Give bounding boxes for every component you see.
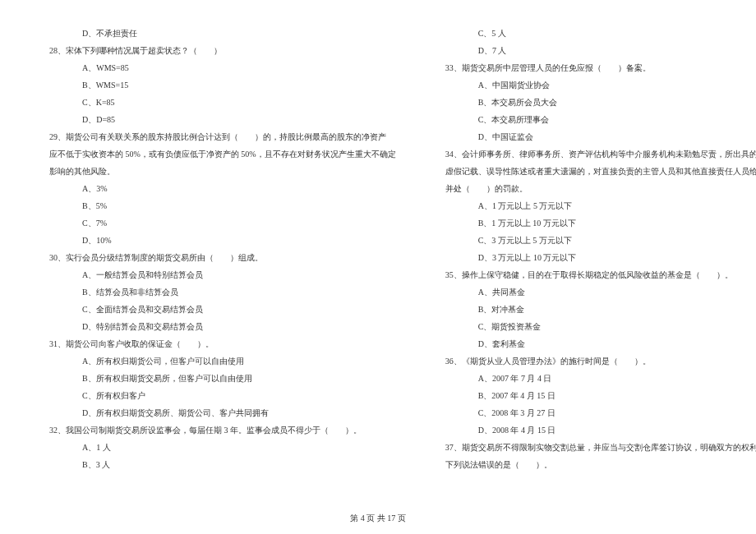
text-line: 35、操作上保守稳健，目的在于取得长期稳定的低风险收益的基金是（ ）。 [429,266,756,283]
text-line: D、所有权归期货交易所、期货公司、客户共同拥有 [33,404,396,421]
text-line: D、D=85 [33,111,396,128]
text-line: A、1 万元以上 5 万元以下 [429,197,756,214]
text-line: B、3 人 [33,456,396,473]
text-line: 36、《期货从业人员管理办法》的施行时间是（ ）。 [429,352,756,370]
text-line: 应不低于实收资本的 50%，或有负债应低于净资产的 50%，且不存在对财务状况产… [33,145,396,163]
text-line: C、7% [33,214,396,232]
text-line: B、1 万元以上 10 万元以下 [429,214,756,232]
text-line: A、3% [33,180,396,197]
text-line: 并处（ ）的罚款。 [429,180,756,197]
text-line: D、中国证监会 [429,128,756,145]
text-line: C、本交易所理事会 [429,111,756,128]
text-line: 30、实行会员分级结算制度的期货交易所由（ ）组成。 [33,249,396,266]
text-line: B、所有权归期货交易所，但客户可以自由使用 [33,370,396,387]
text-line: A、共同基金 [429,283,756,301]
text-line: D、不承担责任 [33,25,396,42]
text-line: 34、会计师事务所、律师事务所、资产评估机构等中介服务机构未勤勉尽责，所出具的文… [429,145,756,163]
left-column: D、不承担责任28、宋体下列哪种情况属于超卖状态？（ ）A、WMS=85B、WM… [33,25,396,493]
page-columns: D、不承担责任28、宋体下列哪种情况属于超卖状态？（ ）A、WMS=85B、WM… [33,25,723,493]
text-line: 32、我国公司制期货交易所设监事会，每届任期 3 年。监事会成员不得少于（ ）。 [33,421,396,439]
text-line: 29、期货公司有关联关系的股东持股比例合计达到（ ）的，持股比例最高的股东的净资… [33,128,396,145]
right-column: C、5 人D、7 人33、期货交易所中层管理人员的任免应报（ ）备案。A、中国期… [429,25,756,493]
text-line: C、所有权归客户 [33,387,396,404]
text-line: A、一般结算会员和特别结算会员 [33,266,396,283]
text-line: 28、宋体下列哪种情况属于超卖状态？（ ） [33,42,396,59]
text-line: B、5% [33,197,396,214]
text-line: 33、期货交易所中层管理人员的任免应报（ ）备案。 [429,59,756,76]
text-line: A、1 人 [33,439,396,456]
text-line: 下列说法错误的是（ ）。 [429,456,756,473]
text-line: 31、期货公司向客户收取的保证金（ ）。 [33,335,396,352]
text-line: D、2008 年 4 月 15 日 [429,421,756,439]
text-line: B、对冲基金 [429,301,756,318]
text-line: C、5 人 [429,25,756,42]
text-line: C、2008 年 3 月 27 日 [429,404,756,421]
text-line: 虚假记载、误导性陈述或者重大遗漏的，对直接负责的主管人员和其他直接责任人员给予警… [429,163,756,180]
text-line: C、全面结算会员和交易结算会员 [33,301,396,318]
text-line: A、所有权归期货公司，但客户可以自由使用 [33,352,396,370]
text-line: D、特别结算会员和交易结算会员 [33,318,396,335]
text-line: A、2007 年 7 月 4 日 [429,370,756,387]
text-line: C、期货投资基金 [429,318,756,335]
text-line: C、3 万元以上 5 万元以下 [429,232,756,249]
text-line: A、中国期货业协会 [429,76,756,94]
text-line: D、10% [33,232,396,249]
text-line: B、WMS=15 [33,76,396,94]
text-line: 37、期货交易所不得限制实物交割总量，并应当与交割仓库签订协议，明确双方的权利和… [429,439,756,456]
text-line: B、结算会员和非结算会员 [33,283,396,301]
text-line: D、套利基金 [429,335,756,352]
text-line: B、2007 年 4 月 15 日 [429,387,756,404]
text-line: D、7 人 [429,42,756,59]
text-line: 影响的其他风险。 [33,163,396,180]
page-footer: 第 4 页 共 17 页 [0,513,756,524]
text-line: C、K=85 [33,94,396,111]
text-line: B、本交易所会员大会 [429,94,756,111]
text-line: D、3 万元以上 10 万元以下 [429,249,756,266]
text-line: A、WMS=85 [33,59,396,76]
